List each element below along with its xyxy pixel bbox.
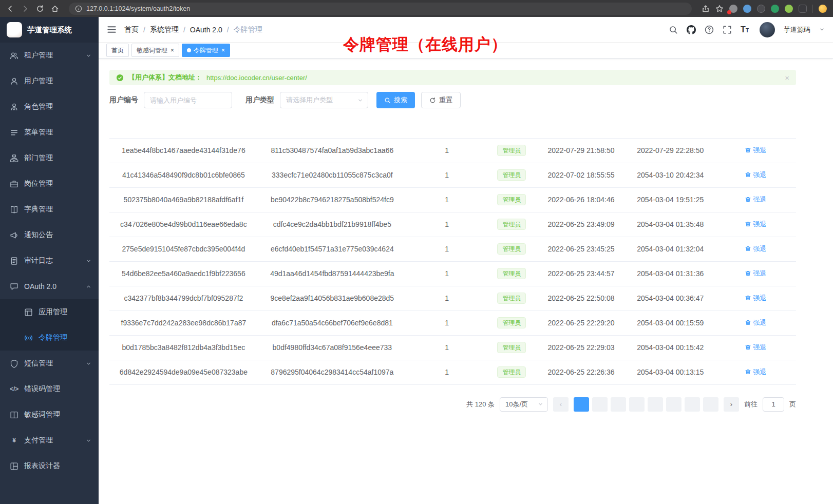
font-size-icon[interactable]: TT bbox=[741, 26, 749, 34]
page-button[interactable] bbox=[648, 397, 663, 412]
page-button[interactable] bbox=[703, 397, 718, 412]
breadcrumb-system[interactable]: 系统管理 bbox=[150, 25, 179, 34]
sidebar-item-audit[interactable]: 审计日志 bbox=[0, 248, 99, 274]
search-icon[interactable] bbox=[669, 25, 678, 34]
breadcrumb-separator: / bbox=[183, 26, 185, 34]
back-icon[interactable] bbox=[6, 5, 14, 13]
breadcrumb-home[interactable]: 首页 bbox=[124, 25, 139, 34]
action-cell: 强退 bbox=[715, 311, 796, 335]
goto-page-input[interactable] bbox=[763, 397, 784, 412]
user-type-select[interactable]: 请选择用户类型 bbox=[280, 92, 368, 108]
app-logo-row[interactable]: 芋道管理系统 bbox=[0, 17, 99, 43]
sidebar-item-report[interactable]: 报表设计器 bbox=[0, 453, 99, 479]
help-icon[interactable] bbox=[705, 25, 714, 34]
sidebar-item-oauth[interactable]: OAuth 2.0 bbox=[0, 274, 99, 299]
page-size-select[interactable]: 10条/页 bbox=[500, 397, 548, 412]
sidebar-item-notice[interactable]: 通知公告 bbox=[0, 222, 99, 248]
share-icon[interactable] bbox=[702, 5, 710, 13]
force-logout-button[interactable]: 强退 bbox=[745, 244, 767, 254]
search-button-label: 搜索 bbox=[394, 95, 407, 105]
reload-icon[interactable] bbox=[36, 5, 44, 13]
force-logout-button[interactable]: 强退 bbox=[745, 220, 767, 229]
page-button[interactable] bbox=[685, 397, 700, 412]
trash-icon bbox=[745, 196, 751, 203]
force-logout-button[interactable]: 强退 bbox=[745, 269, 767, 278]
force-logout-button[interactable]: 强退 bbox=[745, 195, 767, 204]
tab-close-icon[interactable]: × bbox=[171, 47, 174, 53]
forward-icon[interactable] bbox=[21, 5, 29, 13]
doc-link[interactable]: https://doc.iocoder.cn/user-center/ bbox=[206, 74, 307, 82]
column-header bbox=[407, 118, 487, 138]
sidebar-item-pay[interactable]: ¥ 支付管理 bbox=[0, 428, 99, 453]
force-logout-button[interactable]: 强退 bbox=[745, 170, 767, 180]
chevron-down-icon[interactable] bbox=[819, 27, 825, 32]
sidebar-item-menu[interactable]: 菜单管理 bbox=[0, 120, 99, 145]
page-button[interactable] bbox=[629, 397, 645, 412]
trash-icon bbox=[745, 344, 751, 351]
extension-icon[interactable] bbox=[771, 5, 779, 13]
force-logout-label: 强退 bbox=[753, 244, 767, 254]
action-cell: 强退 bbox=[715, 335, 796, 360]
access-token-cell: c342377bf8b344799dcbf7bf095287f2 bbox=[109, 286, 258, 311]
page-button[interactable] bbox=[592, 397, 608, 412]
user-type-badge: 管理员 bbox=[497, 268, 526, 279]
sidebar-item-token-mgmt[interactable]: 令牌管理 bbox=[0, 325, 99, 351]
extension-icon[interactable] bbox=[785, 5, 793, 13]
search-button[interactable]: 搜索 bbox=[376, 92, 415, 108]
menu-label: 令牌管理 bbox=[39, 333, 67, 342]
view-tab[interactable]: 令牌管理 × bbox=[182, 44, 230, 57]
bookmark-star-icon[interactable] bbox=[715, 5, 724, 13]
sidebar-item-app-mgmt[interactable]: 应用管理 bbox=[0, 299, 99, 325]
page-button[interactable] bbox=[666, 397, 681, 412]
tab-close-icon[interactable]: × bbox=[221, 47, 225, 53]
sidebar-item-user[interactable]: 用户管理 bbox=[0, 68, 99, 94]
sidebar-item-sms[interactable]: 短信管理 bbox=[0, 351, 99, 376]
user-name[interactable]: 芋道源码 bbox=[784, 25, 810, 34]
alert-text: 【用户体系】文档地址： bbox=[128, 73, 202, 82]
page-button[interactable] bbox=[574, 397, 589, 412]
browser-actions bbox=[702, 5, 827, 13]
sidebar-item-dict[interactable]: 字典管理 bbox=[0, 197, 99, 222]
force-logout-label: 强退 bbox=[753, 367, 767, 377]
fullscreen-icon[interactable] bbox=[723, 25, 732, 34]
view-tab[interactable]: 敏感词管理 × bbox=[131, 44, 179, 57]
address-bar[interactable]: 127.0.0.1:1024/system/oauth2/token bbox=[69, 3, 692, 15]
action-cell: 强退 bbox=[715, 138, 796, 163]
force-logout-button[interactable]: 强退 bbox=[745, 367, 767, 377]
force-logout-button[interactable]: 强退 bbox=[745, 294, 767, 303]
breadcrumb-oauth[interactable]: OAuth 2.0 bbox=[190, 26, 222, 34]
force-logout-button[interactable]: 强退 bbox=[745, 146, 767, 155]
user-id-cell: 1 bbox=[407, 212, 487, 237]
sidebar-item-post[interactable]: 岗位管理 bbox=[0, 171, 99, 197]
force-logout-button[interactable]: 强退 bbox=[745, 343, 767, 352]
access-token-cell: c347026e805e4d99b0d116eae66eda8c bbox=[109, 212, 258, 237]
user-type-badge: 管理员 bbox=[497, 317, 526, 328]
user-avatar[interactable] bbox=[760, 22, 775, 37]
chevron-down-icon bbox=[86, 258, 91, 264]
page-button[interactable] bbox=[611, 397, 626, 412]
collapse-menu-icon[interactable] bbox=[107, 25, 117, 34]
info-icon[interactable] bbox=[75, 5, 82, 12]
profile-avatar[interactable] bbox=[819, 5, 827, 13]
reset-button[interactable]: 重置 bbox=[421, 92, 461, 108]
extension-icon[interactable] bbox=[743, 5, 751, 13]
force-logout-label: 强退 bbox=[753, 318, 767, 327]
next-page-button[interactable]: › bbox=[724, 397, 739, 412]
close-icon[interactable]: × bbox=[785, 74, 789, 82]
extension-icon[interactable] bbox=[799, 5, 807, 13]
extension-icon[interactable] bbox=[757, 5, 765, 13]
home-icon[interactable] bbox=[51, 5, 59, 13]
extension-icon[interactable] bbox=[729, 5, 737, 13]
report-layout-icon bbox=[10, 462, 18, 471]
expire-time-cell: 2054-03-04 00:15:42 bbox=[626, 335, 715, 360]
force-logout-button[interactable]: 强退 bbox=[745, 318, 767, 327]
github-icon[interactable] bbox=[687, 25, 696, 34]
sidebar-item-tenant[interactable]: 租户管理 bbox=[0, 43, 99, 68]
sidebar-item-dept[interactable]: 部门管理 bbox=[0, 145, 99, 171]
sidebar-item-errcode[interactable]: </> 错误码管理 bbox=[0, 376, 99, 402]
view-tab[interactable]: 首页 × bbox=[106, 44, 129, 57]
sidebar-item-role[interactable]: 角色管理 bbox=[0, 94, 99, 120]
sidebar-item-sensitive[interactable]: 敏感词管理 bbox=[0, 402, 99, 428]
prev-page-button[interactable]: ‹ bbox=[553, 397, 569, 412]
user-id-input[interactable] bbox=[144, 92, 232, 108]
